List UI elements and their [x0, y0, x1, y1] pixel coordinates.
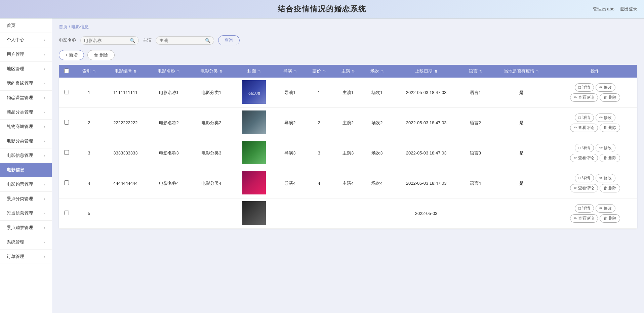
col-movie-name[interactable]: 电影名称 ⇅: [148, 65, 190, 78]
edit-button[interactable]: ✏ 修改: [596, 114, 615, 122]
delete-row-button[interactable]: 🗑 删除: [600, 154, 620, 162]
sidebar-item-personal[interactable]: 个人中心›: [0, 33, 52, 47]
detail-button[interactable]: □ 详情: [575, 144, 594, 152]
search-bar: 电影名称 🔍 主演 🔍 查询: [59, 35, 637, 45]
row-cover: 心忆大咖: [233, 78, 275, 108]
row-select[interactable]: [64, 150, 69, 155]
sidebar-item-movie-ticket[interactable]: 电影购票管理›: [0, 177, 52, 192]
row-operations: □ 详情 ✏ 修改 ✏ 查看评论 🗑 删除: [553, 78, 637, 108]
svg-rect-3: [242, 141, 266, 164]
chevron-icon: ›: [44, 38, 45, 42]
row-operations: □ 详情 ✏ 修改 ✏ 查看评论 🗑 删除: [553, 138, 637, 168]
reviews-button[interactable]: ✏ 查看评论: [570, 184, 598, 192]
header: 结合疫情情况的婚恋系统 管理员 abo 退出登录: [0, 0, 644, 18]
sidebar-item-scenic-cat[interactable]: 景点分类管理›: [0, 192, 52, 206]
row-epidemic: [490, 198, 553, 229]
edit-button[interactable]: ✏ 修改: [596, 83, 615, 92]
delete-row-button[interactable]: 🗑 删除: [600, 124, 620, 132]
delete-row-button[interactable]: 🗑 删除: [600, 184, 620, 192]
sidebar-item-movie-cat[interactable]: 电影分类管理›: [0, 134, 52, 148]
col-director[interactable]: 导演 ⇅: [276, 65, 305, 78]
row-movie-no: 2222222222: [104, 108, 148, 138]
row-language: [461, 198, 490, 229]
col-category[interactable]: 电影分类 ⇅: [190, 65, 233, 78]
delete-row-button[interactable]: 🗑 删除: [600, 214, 620, 223]
search-button[interactable]: 查询: [218, 35, 240, 45]
detail-button[interactable]: □ 详情: [575, 174, 594, 182]
actor-input[interactable]: [159, 38, 203, 43]
col-actor[interactable]: 主演 ⇅: [333, 65, 362, 78]
op-row-1: □ 详情 ✏ 修改: [575, 83, 615, 92]
op-row-1: □ 详情 ✏ 修改: [575, 144, 615, 152]
batch-delete-button[interactable]: 🗑 删除: [87, 50, 115, 60]
col-epidemic[interactable]: 当地是否有疫情 ⇅: [490, 65, 553, 78]
row-cover: [233, 138, 275, 168]
movie-table: 索引 ⇅ 电影编号 ⇅ 电影名称 ⇅ 电影分类 ⇅ 封面 ⇅ 导演 ⇅ 票价 ⇅…: [59, 65, 637, 229]
row-category: 电影分类2: [190, 108, 233, 138]
op-row-2: ✏ 查看评论 🗑 删除: [570, 184, 620, 192]
row-operations: □ 详情 ✏ 修改 ✏ 查看评论 🗑 删除: [553, 198, 637, 229]
col-index[interactable]: 索引 ⇅: [75, 65, 104, 78]
delete-row-button[interactable]: 🗑 删除: [600, 93, 620, 102]
row-select[interactable]: [64, 120, 69, 125]
reviews-button[interactable]: ✏ 查看评论: [570, 124, 598, 132]
sidebar-item-match-mgmt[interactable]: 我的良缘管理›: [0, 76, 52, 91]
sidebar-item-user-mgmt[interactable]: 用户管理›: [0, 47, 52, 62]
row-director: 导演4: [276, 168, 305, 198]
col-price[interactable]: 票价 ⇅: [305, 65, 333, 78]
col-date[interactable]: 上映日期 ⇅: [392, 65, 461, 78]
sidebar-item-movie-info[interactable]: 电影信息: [0, 163, 52, 177]
new-button[interactable]: + 新增: [59, 50, 84, 60]
sidebar-item-scenic-info[interactable]: 景点信息管理›: [0, 206, 52, 221]
reviews-button[interactable]: ✏ 查看评论: [570, 154, 598, 162]
sidebar-item-region-mgmt[interactable]: 地区管理›: [0, 62, 52, 76]
row-select[interactable]: [64, 90, 69, 94]
chevron-icon: ›: [44, 212, 45, 215]
detail-button[interactable]: □ 详情: [575, 204, 594, 213]
chevron-icon: ›: [44, 53, 45, 56]
row-actor: 主演2: [333, 108, 362, 138]
row-checkbox: [59, 138, 75, 168]
breadcrumb-home[interactable]: 首页: [59, 24, 68, 29]
select-all-checkbox[interactable]: [64, 69, 69, 73]
edit-button[interactable]: ✏ 修改: [596, 204, 615, 213]
row-date: 2022-05-03 18:47:03: [392, 78, 461, 108]
logout-button[interactable]: 退出登录: [620, 6, 637, 12]
edit-button[interactable]: ✏ 修改: [596, 144, 615, 152]
col-cover[interactable]: 封面 ⇅: [233, 65, 275, 78]
col-session[interactable]: 场次 ⇅: [363, 65, 392, 78]
row-cover: [233, 198, 275, 229]
sidebar-item-gift-shop[interactable]: 礼物商城管理›: [0, 120, 52, 134]
row-select[interactable]: [64, 180, 69, 185]
edit-button[interactable]: ✏ 修改: [596, 174, 615, 182]
detail-button[interactable]: □ 详情: [575, 83, 594, 92]
detail-button[interactable]: □ 详情: [575, 114, 594, 122]
sidebar-item-movie-info-mgmt[interactable]: 电影信息管理›: [0, 148, 52, 163]
trash-icon: 🗑: [94, 53, 98, 58]
sidebar-item-home[interactable]: 首页: [0, 18, 52, 33]
sidebar-item-order-mgmt[interactable]: 订单管理›: [0, 250, 52, 264]
reviews-button[interactable]: ✏ 查看评论: [570, 214, 598, 223]
row-epidemic: 是: [490, 168, 553, 198]
op-buttons: □ 详情 ✏ 修改 ✏ 查看评论 🗑 删除: [555, 114, 635, 132]
row-actor: [333, 198, 362, 229]
row-language: 语言2: [461, 108, 490, 138]
sidebar-item-goods-cat[interactable]: 商品分类管理›: [0, 105, 52, 120]
chevron-icon: ›: [44, 67, 45, 71]
op-row-1: □ 详情 ✏ 修改: [575, 204, 615, 213]
movie-name-input[interactable]: [84, 38, 128, 43]
row-epidemic: 是: [490, 78, 553, 108]
reviews-button[interactable]: ✏ 查看评论: [570, 93, 598, 102]
row-operations: □ 详情 ✏ 修改 ✏ 查看评论 🗑 删除: [553, 108, 637, 138]
sidebar-label: 景点购票管理: [7, 225, 33, 231]
col-language[interactable]: 语言 ⇅: [461, 65, 490, 78]
chevron-icon: ›: [44, 154, 45, 158]
sidebar-label: 个人中心: [7, 37, 24, 43]
op-row-2: ✏ 查看评论 🗑 删除: [570, 154, 620, 162]
sidebar-item-scenic-ticket[interactable]: 景点购票管理›: [0, 221, 52, 235]
row-select[interactable]: [64, 211, 69, 215]
col-movie-no[interactable]: 电影编号 ⇅: [104, 65, 148, 78]
row-director: 导演3: [276, 138, 305, 168]
sidebar-item-dating-class[interactable]: 婚恋课堂管理›: [0, 91, 52, 105]
sidebar-item-sys-mgmt[interactable]: 系统管理›: [0, 235, 52, 250]
